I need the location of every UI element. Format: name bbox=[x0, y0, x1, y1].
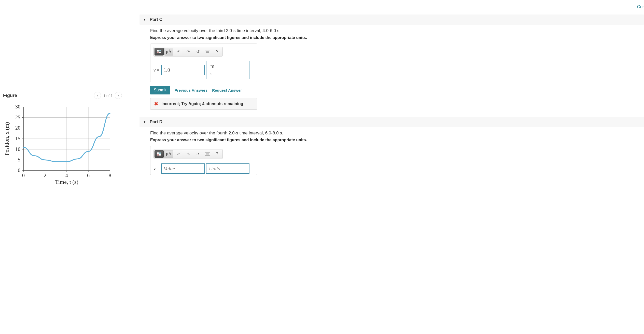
part-d-title: Part D bbox=[150, 119, 162, 124]
symbols-button[interactable]: μÅ bbox=[164, 150, 173, 158]
svg-text:Time, t (s): Time, t (s) bbox=[55, 179, 78, 185]
left-column: Figure ‹ 1 of 1 › 02468051015202530Time,… bbox=[0, 0, 125, 334]
unit-box-d[interactable]: Units bbox=[206, 163, 249, 174]
action-row-c: Submit Previous Answers Request Answer bbox=[150, 86, 644, 94]
help-icon[interactable]: ? bbox=[213, 48, 222, 55]
answer-box-c: μÅ ↶ ↷ ↺ ? v = m bbox=[150, 44, 257, 82]
input-row-c: v = m s bbox=[153, 61, 254, 79]
keyboard-icon[interactable] bbox=[203, 150, 212, 158]
svg-rect-42 bbox=[159, 52, 161, 53]
part-c-title: Part C bbox=[150, 17, 162, 22]
figure-body: 02468051015202530Time, t (s)Position, x … bbox=[3, 101, 122, 187]
svg-rect-48 bbox=[159, 152, 161, 154]
part-d: ▼ Part D Find the average velocity over … bbox=[139, 117, 644, 175]
equation-toolbar-d: μÅ ↶ ↷ ↺ ? bbox=[153, 149, 223, 159]
figure-counter: 1 of 1 bbox=[103, 93, 113, 98]
right-column: Cor ▼ Part C Find the average velocity o… bbox=[125, 0, 644, 334]
equation-toolbar-c: μÅ ↶ ↷ ↺ ? bbox=[153, 47, 223, 57]
svg-text:30: 30 bbox=[15, 104, 20, 109]
unit-denom-c: s bbox=[209, 70, 214, 77]
svg-text:15: 15 bbox=[15, 136, 20, 141]
svg-text:5: 5 bbox=[18, 157, 20, 162]
svg-rect-50 bbox=[159, 154, 161, 156]
feedback-text-c: Incorrect; Try Again; 4 attempts remaini… bbox=[161, 102, 243, 106]
figure-title: Figure bbox=[3, 93, 17, 98]
svg-text:0: 0 bbox=[22, 173, 25, 178]
undo-icon[interactable]: ↶ bbox=[174, 150, 183, 158]
var-label-d: v = bbox=[153, 166, 160, 171]
unit-box-c[interactable]: m s bbox=[206, 61, 249, 79]
value-input-c[interactable] bbox=[161, 65, 205, 75]
svg-text:6: 6 bbox=[87, 173, 90, 178]
svg-text:4: 4 bbox=[65, 173, 68, 178]
page-root: Figure ‹ 1 of 1 › 02468051015202530Time,… bbox=[0, 0, 644, 334]
figure-header: Figure ‹ 1 of 1 › bbox=[3, 92, 122, 101]
input-row-d: v = Units bbox=[153, 163, 254, 174]
svg-text:10: 10 bbox=[15, 146, 20, 152]
figure-nav: ‹ 1 of 1 › bbox=[94, 92, 122, 99]
svg-text:20: 20 bbox=[15, 125, 20, 131]
part-c-header[interactable]: ▼ Part C bbox=[139, 15, 644, 25]
part-c-body: Find the average velocity over the third… bbox=[139, 25, 644, 110]
template-icon[interactable] bbox=[155, 150, 164, 158]
answer-box-d: μÅ ↶ ↷ ↺ ? v = Units bbox=[150, 146, 257, 175]
part-c-prompt: Find the average velocity over the third… bbox=[150, 28, 644, 33]
part-c: ▼ Part C Find the average velocity over … bbox=[139, 15, 644, 110]
redo-icon[interactable]: ↷ bbox=[184, 150, 193, 158]
next-figure-button[interactable]: › bbox=[115, 92, 122, 99]
value-input-d[interactable] bbox=[161, 163, 205, 174]
request-answer-link-c[interactable]: Request Answer bbox=[212, 88, 242, 92]
caret-down-icon: ▼ bbox=[143, 120, 146, 124]
corner-label: Cor bbox=[637, 4, 644, 9]
svg-rect-49 bbox=[157, 154, 159, 156]
template-icon[interactable] bbox=[155, 48, 164, 55]
undo-icon[interactable]: ↶ bbox=[174, 48, 183, 55]
svg-text:25: 25 bbox=[15, 115, 20, 120]
svg-text:Position, x (m): Position, x (m) bbox=[4, 122, 10, 155]
part-d-instruction: Express your answer to two significant f… bbox=[150, 138, 644, 142]
reset-icon[interactable]: ↺ bbox=[193, 150, 202, 158]
symbols-button[interactable]: μÅ bbox=[164, 48, 173, 55]
previous-answers-link-c[interactable]: Previous Answers bbox=[175, 88, 208, 92]
svg-rect-39 bbox=[157, 50, 159, 51]
prev-figure-button[interactable]: ‹ bbox=[94, 92, 101, 99]
part-d-header[interactable]: ▼ Part D bbox=[139, 117, 644, 127]
svg-rect-41 bbox=[157, 52, 159, 53]
svg-text:8: 8 bbox=[109, 173, 111, 178]
part-d-body: Find the average velocity over the fourt… bbox=[139, 127, 644, 175]
svg-rect-47 bbox=[157, 152, 159, 154]
svg-text:0: 0 bbox=[18, 168, 20, 173]
part-c-instruction: Express your answer to two significant f… bbox=[150, 35, 644, 40]
caret-down-icon: ▼ bbox=[143, 18, 146, 21]
help-icon[interactable]: ? bbox=[213, 150, 222, 158]
reset-icon[interactable]: ↺ bbox=[193, 48, 202, 55]
var-label-c: v = bbox=[153, 67, 160, 73]
submit-button-c[interactable]: Submit bbox=[150, 86, 170, 94]
svg-rect-40 bbox=[159, 50, 161, 51]
position-time-chart: 02468051015202530Time, t (s)Position, x … bbox=[3, 104, 115, 186]
redo-icon[interactable]: ↷ bbox=[184, 48, 193, 55]
keyboard-icon[interactable] bbox=[203, 48, 212, 55]
part-d-prompt: Find the average velocity over the fourt… bbox=[150, 131, 644, 136]
incorrect-icon: ✖ bbox=[154, 101, 158, 107]
svg-text:2: 2 bbox=[44, 173, 46, 178]
unit-numer-c: m bbox=[209, 63, 216, 70]
feedback-c: ✖ Incorrect; Try Again; 4 attempts remai… bbox=[150, 98, 257, 110]
